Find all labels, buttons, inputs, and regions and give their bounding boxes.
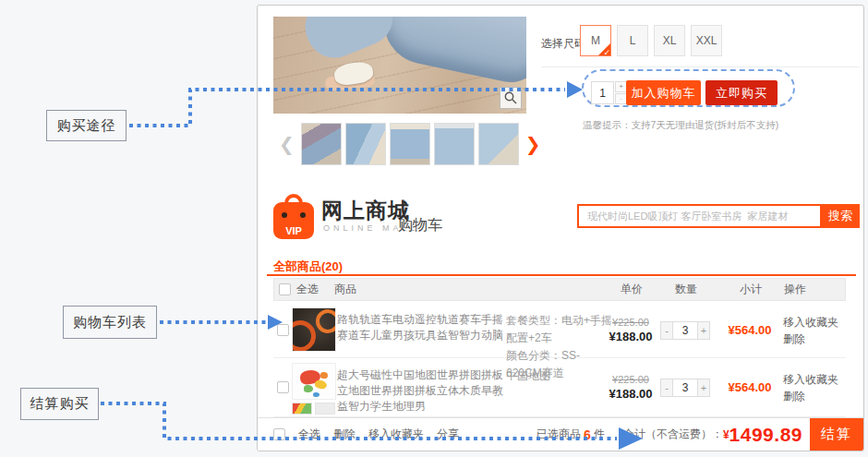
column-subtotal: 小计	[712, 279, 790, 300]
search-button[interactable]: 搜索	[821, 204, 860, 228]
jeans-photo-shape	[297, 17, 402, 66]
item-title[interactable]: 路轨轨道车电动遥控轨道赛车手摇赛道车儿童男孩玩具益智智力动脑	[337, 312, 505, 343]
annotation-cart-list: 购物车列表	[63, 306, 157, 339]
currency-symbol: ¥	[723, 428, 729, 441]
thumbnail-carousel: ❮ ❯	[276, 123, 544, 165]
column-product: 商品	[334, 279, 356, 300]
thumbnail-5[interactable]	[478, 123, 519, 165]
column-select-all: 全选	[296, 279, 319, 300]
jeans-photo-shape	[377, 17, 526, 88]
item-checkbox[interactable]	[277, 324, 289, 336]
search-input[interactable]	[577, 204, 822, 228]
annotation-label: 购物车列表	[73, 314, 147, 331]
size-option-label: L	[630, 34, 636, 47]
tab-underline	[267, 274, 856, 276]
item-quantity-input[interactable]	[673, 379, 697, 397]
size-option-xxl[interactable]: XXL	[691, 25, 722, 56]
item-quantity-input[interactable]	[673, 321, 697, 340]
image-zoom-button[interactable]	[500, 87, 522, 109]
select-all-checkbox[interactable]	[279, 283, 291, 295]
size-option-label: XL	[663, 34, 677, 47]
page-title: 购物车	[398, 216, 442, 235]
track-arc	[292, 320, 316, 352]
column-actions: 操作	[784, 279, 847, 300]
footer-select-all-checkbox[interactable]	[273, 428, 285, 440]
thumbnail-3[interactable]	[390, 123, 430, 165]
footer-share-link[interactable]: 分享	[437, 427, 459, 442]
bag-dot	[300, 212, 306, 218]
delete-link[interactable]: 删除	[783, 331, 805, 347]
selected-label: 已选商品	[536, 427, 581, 442]
add-to-cart-button[interactable]: 加入购物车	[626, 80, 701, 105]
item-image-china-map[interactable]	[292, 363, 336, 400]
vip-text: VIP	[273, 225, 314, 236]
delete-link[interactable]: 删除	[783, 388, 805, 404]
item-image-racetrack[interactable]	[292, 307, 336, 352]
map-region	[314, 379, 328, 391]
next-arrow-icon[interactable]: ❯	[523, 123, 544, 165]
footer-select-all-link[interactable]: 全选	[298, 427, 320, 442]
map-region	[304, 385, 313, 392]
annotation-label: 结算购买	[30, 395, 90, 413]
return-policy-tip: 温馨提示：支持7天无理由退货(拆封后不支持)	[583, 119, 778, 132]
prev-arrow-icon[interactable]: ❮	[276, 123, 297, 165]
size-option-xl[interactable]: XL	[654, 25, 685, 56]
extra-thumbnail[interactable]	[292, 403, 312, 415]
section-divider	[541, 66, 860, 67]
annotation-label: 购买途径	[57, 117, 116, 135]
map-region	[320, 372, 328, 379]
move-to-favorites-link[interactable]: 移入收藏夹	[783, 371, 838, 388]
item-extra-images	[292, 403, 335, 415]
quantity-stepper: + -	[591, 81, 627, 104]
decrease-button[interactable]: -	[660, 379, 673, 397]
item-quantity-stepper: - +	[660, 321, 710, 340]
extra-thumbnail[interactable]	[315, 403, 335, 415]
annotation-checkout: 结算购买	[20, 388, 99, 420]
move-to-favorites-link[interactable]: 移入收藏夹	[783, 314, 838, 331]
size-options: M ✓ L XL XXL	[580, 25, 722, 56]
annotation-buy-path: 购买途径	[46, 110, 127, 141]
bag-handle	[284, 194, 303, 209]
item-price-original: ¥225.00	[612, 374, 649, 385]
decrease-button[interactable]: -	[660, 321, 673, 340]
size-option-label: XXL	[696, 34, 717, 47]
vip-bag-icon: VIP	[273, 202, 314, 239]
product-main-image[interactable]	[273, 17, 526, 114]
item-subtotal: ¥564.00	[729, 380, 772, 394]
checkout-button[interactable]: 结算	[810, 418, 863, 451]
selected-count: 6	[584, 427, 591, 442]
buy-now-button[interactable]: 立即购买	[705, 80, 778, 105]
increase-button[interactable]: +	[697, 321, 710, 340]
thumbnail-4[interactable]	[434, 123, 475, 165]
cart-row-2: 超大号磁性中国地图世界拼图拼板立地图世界拼图拼板立体木质早教益智力学生地理男 中…	[273, 358, 846, 417]
size-option-l[interactable]: L	[617, 25, 648, 56]
total-label: 合计（不含运费）：	[623, 427, 723, 442]
footer-move-to-favorites-link[interactable]: 移入收藏夹	[368, 427, 424, 442]
increase-button[interactable]: +	[697, 379, 710, 397]
tab-all-products[interactable]: 全部商品(20)	[273, 259, 343, 275]
shop-panel: ❮ ❯ 选择尺码: M ✓ L XL XXL + - 加入购物车	[257, 5, 864, 451]
thumbnail-1[interactable]	[301, 123, 342, 165]
footer-delete-link[interactable]: 删除	[333, 427, 356, 442]
map-region	[313, 392, 319, 397]
check-icon: ✓	[603, 48, 610, 56]
cart-row-1: 路轨轨道车电动遥控轨道赛车手摇赛道车儿童男孩玩具益智智力动脑 套餐类型：电动+手…	[273, 303, 846, 358]
quantity-input[interactable]	[591, 81, 614, 104]
brand-name: 网上商城	[321, 197, 410, 225]
cart-summary: 已选商品 6 件 合计（不含运费）： ¥ 1499.89	[536, 418, 802, 451]
item-subtotal: ¥564.00	[729, 323, 772, 337]
thumbnail-2[interactable]	[345, 123, 386, 165]
size-option-m[interactable]: M ✓	[580, 25, 611, 56]
track-arc	[316, 309, 336, 333]
cart-footer-bar: 全选 删除 移入收藏夹 分享 已选商品 6 件 合计（不含运费）： ¥ 1499…	[258, 417, 863, 451]
bag-dot	[282, 212, 287, 218]
item-quantity-stepper: - +	[660, 379, 710, 397]
item-title[interactable]: 超大号磁性中国地图世界拼图拼板立地图世界拼图拼板立体木质早教益智力学生地理男	[337, 367, 505, 415]
table-header: 全选 商品 单价 数量 小计 操作	[273, 278, 846, 301]
item-price-original: ¥225.00	[612, 317, 649, 328]
magnifier-icon	[504, 91, 517, 104]
item-checkbox[interactable]	[277, 381, 289, 393]
total-amount: 1499.89	[729, 424, 802, 446]
selected-unit: 件	[594, 427, 605, 442]
